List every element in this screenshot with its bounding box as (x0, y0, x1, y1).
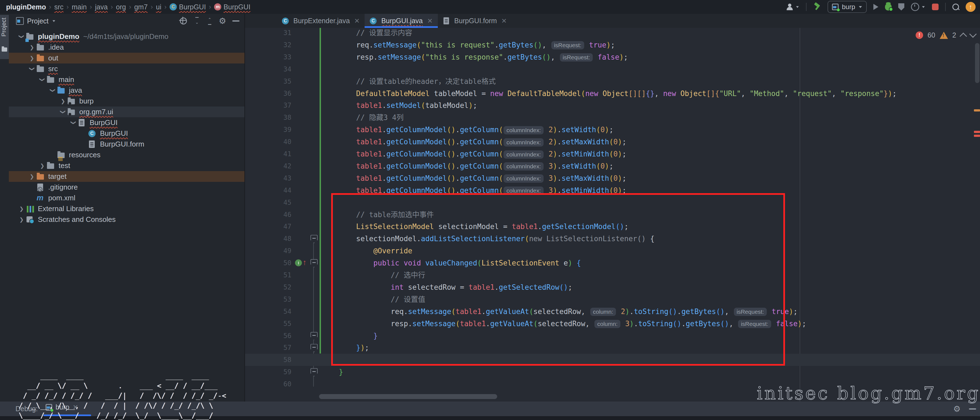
code-line-35[interactable]: 35 // 设置table的header，决定table格式 (245, 75, 980, 87)
line-number[interactable]: 46 (245, 209, 291, 221)
code-line-34[interactable]: 34 (245, 63, 980, 75)
stripe-error-mark[interactable] (974, 131, 980, 133)
gear-icon[interactable]: ⚙ (219, 17, 226, 25)
hide-panel-icon[interactable] (232, 21, 239, 22)
inspections-widget[interactable]: ! 60 2 (916, 31, 975, 39)
code-line-42[interactable]: 42 table1.getColumnModel().getColumn(col… (245, 160, 980, 172)
line-number[interactable]: 47 (245, 220, 291, 233)
chevron-down-icon[interactable]: ❯ (49, 86, 56, 95)
tree-item-test[interactable]: ❯test (9, 160, 245, 171)
fold-marker-icon[interactable] (310, 235, 318, 243)
code-line-31[interactable]: 31 // 设置显示内容 (245, 28, 980, 39)
tree-item-org.gm7.ui[interactable]: ❯org.gm7.ui (9, 106, 245, 117)
tree-item-.idea[interactable]: ❯.idea (9, 42, 245, 53)
tree-item-pluginDemo[interactable]: ❯pluginDemo~/d4m1ts/java/pluginDemo (9, 31, 245, 42)
line-number[interactable]: 58 (245, 354, 291, 366)
stripe-error-mark[interactable] (974, 135, 980, 137)
chevron-down-icon[interactable]: ❯ (19, 32, 25, 41)
profiler-button[interactable] (911, 3, 925, 11)
tree-item-.gitignore[interactable]: .gitignore (9, 182, 245, 193)
line-number[interactable]: 31 (245, 28, 291, 39)
line-number[interactable]: 40 (245, 136, 291, 148)
line-number[interactable]: 34 (245, 63, 291, 75)
collapse-all-icon[interactable]: ⌃▁ (206, 17, 213, 24)
run-button[interactable] (873, 4, 878, 10)
line-number[interactable]: 42 (245, 160, 291, 172)
breadcrumb-item-java[interactable]: java (95, 3, 108, 11)
code-line-41[interactable]: 41 table1.getColumnModel().getColumn(col… (245, 148, 980, 160)
tab-BurpGUI.form[interactable]: BurpGUI.form✕ (438, 14, 512, 28)
breadcrumb-item-src[interactable]: src (54, 3, 63, 11)
line-number[interactable]: 33 (245, 51, 291, 63)
fold-marker-icon[interactable] (310, 259, 318, 268)
code-line-59[interactable]: 59 } (245, 366, 980, 378)
line-number[interactable]: 49 (245, 245, 291, 257)
tree-item-BurpGUI[interactable]: CBurpGUI (9, 128, 245, 139)
code-line-40[interactable]: 40 table1.getColumnModel().getColumn(col… (245, 136, 980, 148)
chevron-right-icon[interactable]: ❯ (27, 44, 37, 51)
close-icon[interactable]: ✕ (427, 17, 433, 25)
breadcrumb-item-BurpGUI[interactable]: mBurpGUI (214, 3, 250, 11)
breadcrumb-item-ui[interactable]: ui (156, 3, 161, 11)
line-number[interactable]: 57 (245, 342, 291, 354)
line-number[interactable]: 59 (245, 366, 291, 378)
line-number[interactable]: 54 (245, 306, 291, 318)
line-number[interactable]: 56 (245, 330, 291, 342)
tree-item-target[interactable]: ❯target (9, 171, 245, 182)
code-line-39[interactable]: 39 table1.getColumnModel().getColumn(col… (245, 124, 980, 136)
select-opened-file-icon[interactable] (180, 17, 187, 24)
fold-marker-icon[interactable] (310, 332, 318, 340)
hide-panel-icon[interactable] (969, 409, 976, 409)
breadcrumb-item-BurpGUI[interactable]: CBurpGUI (170, 3, 206, 11)
chevron-right-icon[interactable]: ❯ (27, 173, 37, 180)
line-number[interactable]: 38 (245, 111, 291, 124)
horizontal-scrollbar[interactable] (319, 394, 497, 399)
gear-icon[interactable]: ⚙ (953, 405, 961, 413)
line-number[interactable]: 48 (245, 233, 291, 245)
line-number[interactable]: 32 (245, 39, 291, 51)
implementing-method-icon[interactable]: I (295, 259, 302, 266)
tree-item-External Libraries[interactable]: ❯External Libraries (9, 203, 245, 214)
tree-item-BurpGUI.form[interactable]: BurpGUI.form (9, 139, 245, 150)
search-everywhere-button[interactable] (952, 3, 959, 10)
code-line-33[interactable]: 33 resp.setMessage("this is response".ge… (245, 51, 980, 63)
error-stripe[interactable] (974, 28, 980, 401)
vertical-scrollbar[interactable] (975, 43, 980, 83)
line-number[interactable]: 45 (245, 197, 291, 209)
tab-BurpExtender.java[interactable]: CBurpExtender.java✕ (277, 14, 364, 28)
chevron-down-icon[interactable]: ❯ (39, 75, 46, 84)
breadcrumb-item-gm7[interactable]: gm7 (134, 3, 148, 11)
line-number[interactable]: 60 (245, 378, 291, 390)
line-number[interactable]: 37 (245, 99, 291, 111)
coverage-button[interactable] (898, 3, 904, 11)
next-problem-button[interactable] (969, 30, 977, 38)
code-line-38[interactable]: 38 // 隐藏3 4列 (245, 111, 980, 124)
line-number[interactable]: 43 (245, 172, 291, 184)
run-configuration-select[interactable]: burp (827, 1, 867, 13)
chevron-down-icon[interactable]: ❯ (29, 64, 35, 74)
expand-all-icon[interactable]: ▔⌄ (193, 17, 200, 24)
tree-item-resources[interactable]: resources (9, 150, 245, 160)
debug-button[interactable] (885, 3, 892, 11)
chevron-right-icon[interactable]: ❯ (17, 206, 26, 212)
tree-item-pom.xml[interactable]: mpom.xml (9, 193, 245, 203)
tree-item-java[interactable]: ❯java (9, 85, 245, 96)
code-line-36[interactable]: 36 DefaultTableModel tableModel = new De… (245, 87, 980, 100)
line-number[interactable]: 39 (245, 124, 291, 136)
chevron-right-icon[interactable]: ❯ (58, 98, 68, 104)
close-icon[interactable]: ✕ (354, 17, 360, 25)
line-number[interactable]: 52 (245, 281, 291, 293)
stop-button[interactable] (932, 3, 939, 10)
chevron-right-icon[interactable]: ❯ (17, 216, 26, 223)
fold-marker-icon[interactable] (310, 368, 318, 376)
build-button[interactable] (813, 3, 821, 11)
project-view-select[interactable]: Project (16, 17, 56, 25)
breadcrumb-item-org[interactable]: org (116, 3, 126, 11)
profile-button[interactable] (786, 3, 799, 11)
tree-item-BurpGUI[interactable]: ❯BurpGUI (9, 117, 245, 128)
code-line-43[interactable]: 43 table1.getColumnModel().getColumn(col… (245, 172, 980, 184)
chevron-right-icon[interactable]: ❯ (38, 163, 47, 169)
tree-item-burp[interactable]: ❯burp (9, 96, 245, 106)
chevron-down-icon[interactable]: ❯ (70, 118, 76, 127)
breadcrumb-item-pluginDemo[interactable]: pluginDemo (6, 3, 46, 11)
